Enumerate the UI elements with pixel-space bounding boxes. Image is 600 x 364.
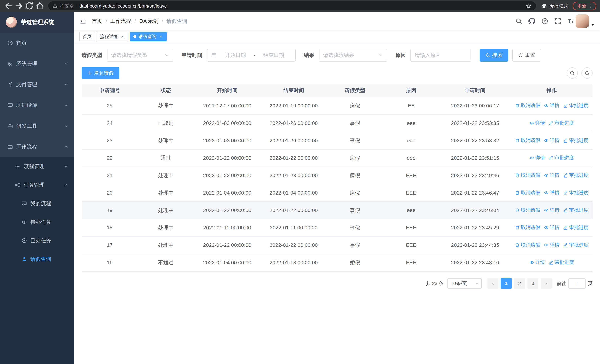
prev-page-button[interactable] <box>487 278 498 289</box>
toggle-search-button[interactable] <box>567 67 578 79</box>
leave-type-select[interactable]: 请选择请假类型 <box>107 49 173 62</box>
detail-action-link[interactable]: 详情 <box>544 189 559 196</box>
sidebar-item-11[interactable]: 请假查询 <box>0 250 74 268</box>
progress-action-link[interactable]: 审批进度 <box>549 120 574 126</box>
page-1-button[interactable]: 1 <box>501 278 512 289</box>
cancel-action-link[interactable]: 取消请假 <box>515 242 540 248</box>
progress-action-link[interactable]: 审批进度 <box>563 137 588 144</box>
github-icon[interactable] <box>528 18 535 24</box>
date-range-picker[interactable]: 开始日期 - 结束日期 <box>207 49 296 62</box>
search-button[interactable]: 搜索 <box>479 49 508 62</box>
end-date-input[interactable]: 结束日期 <box>256 52 291 59</box>
sidebar-toggle-button[interactable] <box>74 12 92 30</box>
home-icon[interactable] <box>35 1 45 11</box>
sidebar-item-6[interactable]: 流程管理 <box>0 157 74 176</box>
cell-id: 24 <box>82 114 138 132</box>
refresh-icon[interactable] <box>24 1 34 11</box>
detail-action-link[interactable]: 详情 <box>544 102 559 109</box>
sidebar-item-3[interactable]: 基础设施 <box>0 95 74 116</box>
cancel-action-link[interactable]: 取消请假 <box>515 189 540 196</box>
caret-down-icon <box>591 23 595 27</box>
close-tab-icon[interactable]: × <box>120 34 125 39</box>
cell-id: 20 <box>82 184 138 202</box>
sidebar-item-5[interactable]: 工作流程 <box>0 136 74 157</box>
cell-reason: eee <box>383 132 439 149</box>
page-3-button[interactable]: 3 <box>527 278 538 289</box>
result-select[interactable]: 请选择流结果 <box>319 49 387 62</box>
update-button[interactable]: 更新 <box>572 2 596 10</box>
tags-view: 首页流程详情×请假查询× <box>74 30 600 43</box>
detail-action-link[interactable]: 详情 <box>544 172 559 178</box>
progress-action-link[interactable]: 审批进度 <box>563 224 588 231</box>
reset-button[interactable]: 重置 <box>512 49 541 62</box>
eye-icon <box>529 121 534 125</box>
font-size-icon[interactable]: TT <box>567 18 574 24</box>
cell-start-time: 2021-12-27 00:00:00 <box>194 97 261 114</box>
sidebar-item-9[interactable]: 待办任务 <box>0 213 74 231</box>
page-size-select[interactable]: 10条/页 <box>447 278 482 289</box>
page-2-button[interactable]: 2 <box>514 278 525 289</box>
sidebar-item-4[interactable]: 研发工具 <box>0 116 74 136</box>
create-leave-button[interactable]: 发起请假 <box>82 67 119 79</box>
eye-icon <box>544 225 549 230</box>
goto-page-input[interactable] <box>569 278 586 289</box>
search-icon[interactable] <box>516 18 522 24</box>
forward-icon[interactable] <box>14 1 24 11</box>
star-icon[interactable] <box>526 3 531 9</box>
breadcrumb-item[interactable]: OA 示例 <box>139 18 159 25</box>
fullscreen-icon[interactable] <box>554 18 561 24</box>
detail-action-link[interactable]: 详情 <box>529 259 545 266</box>
sidebar-item-10[interactable]: 已办任务 <box>0 231 74 250</box>
detail-action-link[interactable]: 详情 <box>544 242 559 248</box>
detail-action-link[interactable]: 详情 <box>529 120 545 126</box>
sidebar-item-2[interactable]: 支付管理 <box>0 74 74 95</box>
range-separator: - <box>253 52 256 58</box>
back-icon[interactable] <box>4 1 13 11</box>
address-bar[interactable]: 不安全 dashboard.yudao.iocoder.cn/bpm/oa/le… <box>48 1 536 10</box>
breadcrumb-item[interactable]: 首页 <box>92 18 102 25</box>
detail-action-link[interactable]: 详情 <box>529 155 545 161</box>
progress-action-link[interactable]: 审批进度 <box>549 259 574 266</box>
detail-action-link[interactable]: 详情 <box>544 137 559 144</box>
progress-action-link[interactable]: 审批进度 <box>563 102 588 109</box>
close-tab-icon[interactable]: × <box>158 34 163 39</box>
result-label: 结果 <box>304 52 314 59</box>
cell-status: 处理中 <box>138 219 194 236</box>
tab-2[interactable]: 请假查询× <box>130 32 167 41</box>
progress-action-link[interactable]: 审批进度 <box>549 155 574 161</box>
cancel-action-link[interactable]: 取消请假 <box>515 172 540 178</box>
question-icon[interactable]: ? <box>542 18 548 24</box>
detail-action-link[interactable]: 详情 <box>544 207 559 213</box>
cancel-action-link[interactable]: 取消请假 <box>515 102 540 109</box>
avatar[interactable] <box>576 14 589 28</box>
progress-action-link[interactable]: 审批进度 <box>563 189 588 196</box>
reason-label: 原因 <box>395 52 406 59</box>
tab-1[interactable]: 流程详情× <box>97 32 128 41</box>
start-date-input[interactable]: 开始日期 <box>218 52 253 59</box>
sidebar-item-0[interactable]: 首页 <box>0 33 74 53</box>
filter-leave-type: 请假类型 请选择请假类型 <box>82 49 173 62</box>
tab-0[interactable]: 首页 <box>79 32 95 41</box>
sidebar-item-7[interactable]: 任务管理 <box>0 176 74 194</box>
progress-action-link[interactable]: 审批进度 <box>563 172 588 178</box>
cell-actions: 取消请假详情审批进度 <box>511 132 593 149</box>
app-logo[interactable]: 芋道管理系统 <box>0 12 74 33</box>
cell-status: 不通过 <box>138 254 194 271</box>
detail-action-link[interactable]: 详情 <box>544 224 559 231</box>
kebab-menu-icon[interactable] <box>588 3 593 9</box>
progress-action-link[interactable]: 审批进度 <box>563 242 588 248</box>
progress-action-link[interactable]: 审批进度 <box>563 207 588 213</box>
cancel-action-link[interactable]: 取消请假 <box>515 207 540 213</box>
cancel-action-link[interactable]: 取消请假 <box>515 137 540 144</box>
refresh-table-button[interactable] <box>581 67 593 79</box>
sidebar-item-1[interactable]: 系统管理 <box>0 53 74 74</box>
reason-input[interactable] <box>410 49 471 62</box>
sidebar-item-8[interactable]: 我的流程 <box>0 194 74 213</box>
user-menu[interactable] <box>576 14 595 28</box>
cancel-action-link[interactable]: 取消请假 <box>515 224 540 231</box>
column-header: 开始时间 <box>194 84 261 97</box>
create-leave-label: 发起请假 <box>94 70 113 76</box>
next-page-button[interactable] <box>541 278 552 289</box>
breadcrumb-item[interactable]: 工作流程 <box>111 18 131 25</box>
goto-label: 前往 <box>557 280 566 287</box>
